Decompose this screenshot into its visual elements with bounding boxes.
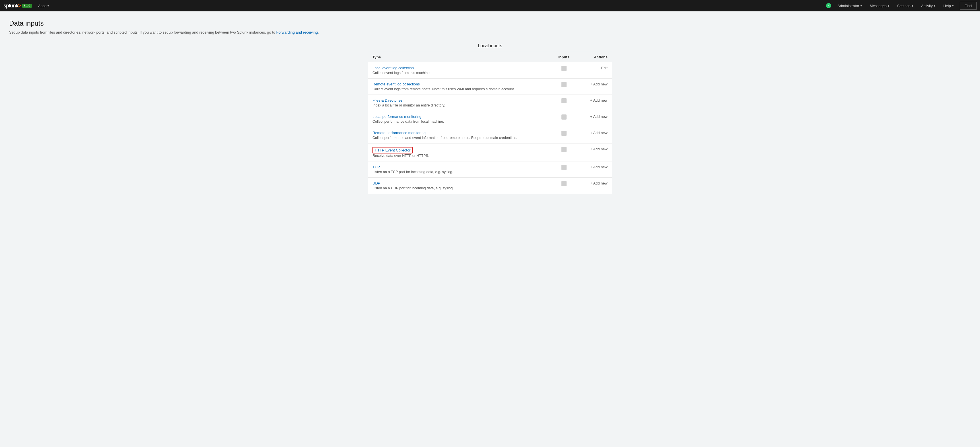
input-count-indicator bbox=[562, 165, 566, 170]
forwarding-receiving-link[interactable]: Forwarding and receiving bbox=[276, 30, 318, 34]
row-inputs-cell bbox=[550, 78, 578, 94]
row-link-local-performance[interactable]: Local performance monitoring bbox=[372, 115, 545, 119]
table-header-row: Type Inputs Actions bbox=[368, 52, 612, 62]
row-desc-udp: Listen on a UDP port for incoming data, … bbox=[372, 186, 453, 190]
status-indicator bbox=[826, 3, 831, 8]
row-type-cell: Local event log collectionCollect event … bbox=[368, 62, 550, 78]
navbar: splunk> 8.1.0 Apps ▾ Administrator ▾ Mes… bbox=[0, 0, 980, 11]
row-desc-local-event-log: Collect event logs from this machine. bbox=[372, 71, 431, 75]
table-row: Local performance monitoringCollect perf… bbox=[368, 111, 612, 127]
table-row: TCPListen on a TCP port for incoming dat… bbox=[368, 161, 612, 177]
row-inputs-cell bbox=[550, 94, 578, 111]
table-row: HTTP Event CollectorReceive data over HT… bbox=[368, 143, 612, 161]
col-header-actions: Actions bbox=[578, 52, 612, 62]
row-actions-cell: + Add new bbox=[578, 161, 612, 177]
input-count-indicator bbox=[562, 147, 566, 152]
row-link-remote-performance[interactable]: Remote performance monitoring bbox=[372, 131, 545, 135]
row-link-tcp[interactable]: TCP bbox=[372, 165, 545, 169]
table-row: Remote event log collectionsCollect even… bbox=[368, 78, 612, 94]
row-actions-cell: + Add new bbox=[578, 78, 612, 94]
row-inputs-cell bbox=[550, 62, 578, 78]
page-subtitle: Set up data inputs from files and direct… bbox=[9, 30, 971, 35]
splunk-logo: splunk> bbox=[3, 3, 21, 9]
row-actions-cell: + Add new bbox=[578, 143, 612, 161]
row-desc-tcp: Listen on a TCP port for incoming data, … bbox=[372, 170, 453, 174]
nav-administrator[interactable]: Administrator ▾ bbox=[834, 0, 866, 11]
row-actions-cell: Edit bbox=[578, 62, 612, 78]
input-count-indicator bbox=[562, 66, 566, 71]
action-remote-performance[interactable]: + Add new bbox=[590, 131, 608, 135]
row-link-udp[interactable]: UDP bbox=[372, 181, 545, 185]
row-inputs-cell bbox=[550, 177, 578, 193]
nav-messages[interactable]: Messages ▾ bbox=[866, 0, 893, 11]
messages-caret-icon: ▾ bbox=[888, 4, 889, 7]
navbar-right: Administrator ▾ Messages ▾ Settings ▾ Ac… bbox=[826, 0, 977, 11]
row-inputs-cell bbox=[550, 161, 578, 177]
row-inputs-cell bbox=[550, 143, 578, 161]
brand[interactable]: splunk> 8.1.0 bbox=[3, 3, 32, 9]
page-title: Data inputs bbox=[9, 19, 971, 27]
row-link-local-event-log[interactable]: Local event log collection bbox=[372, 66, 545, 70]
row-actions-cell: + Add new bbox=[578, 127, 612, 143]
input-count-indicator bbox=[562, 131, 566, 136]
row-link-remote-event-log[interactable]: Remote event log collections bbox=[372, 82, 545, 86]
row-type-cell: Remote performance monitoringCollect per… bbox=[368, 127, 550, 143]
input-count-indicator bbox=[562, 115, 566, 120]
action-remote-event-log[interactable]: + Add new bbox=[590, 82, 608, 86]
section-title: Local inputs bbox=[368, 43, 612, 48]
nav-help[interactable]: Help ▾ bbox=[939, 0, 958, 11]
row-type-cell: UDPListen on a UDP port for incoming dat… bbox=[368, 177, 550, 193]
input-count-indicator bbox=[562, 181, 566, 186]
table-row: Local event log collectionCollect event … bbox=[368, 62, 612, 78]
row-desc-local-performance: Collect performance data from local mach… bbox=[372, 120, 444, 124]
row-inputs-cell bbox=[550, 111, 578, 127]
apps-caret-icon: ▾ bbox=[48, 4, 49, 7]
input-count-indicator bbox=[562, 98, 566, 103]
row-desc-http-event-collector: Receive data over HTTP or HTTPS. bbox=[372, 154, 429, 158]
action-files-directories[interactable]: + Add new bbox=[590, 98, 608, 102]
row-link-http-event-collector[interactable]: HTTP Event Collector bbox=[375, 148, 410, 152]
nav-settings[interactable]: Settings ▾ bbox=[893, 0, 917, 11]
local-inputs-section: Local inputs Type Inputs Actions Local e… bbox=[368, 43, 612, 194]
row-type-cell: Files & DirectoriesIndex a local file or… bbox=[368, 94, 550, 111]
table-row: UDPListen on a UDP port for incoming dat… bbox=[368, 177, 612, 193]
action-http-event-collector[interactable]: + Add new bbox=[590, 147, 608, 151]
action-tcp[interactable]: + Add new bbox=[590, 165, 608, 169]
row-desc-remote-event-log: Collect event logs from remote hosts. No… bbox=[372, 87, 515, 91]
input-count-indicator bbox=[562, 82, 566, 87]
brand-version: 8.1.0 bbox=[22, 4, 32, 8]
settings-caret-icon: ▾ bbox=[912, 4, 913, 7]
row-desc-remote-performance: Collect performance and event informatio… bbox=[372, 136, 517, 140]
row-link-files-directories[interactable]: Files & Directories bbox=[372, 98, 545, 102]
page-content: Data inputs Set up data inputs from file… bbox=[0, 11, 980, 202]
action-local-event-log[interactable]: Edit bbox=[601, 66, 608, 70]
nav-apps[interactable]: Apps ▾ bbox=[34, 0, 53, 11]
action-local-performance[interactable]: + Add new bbox=[590, 115, 608, 119]
row-actions-cell: + Add new bbox=[578, 94, 612, 111]
activity-caret-icon: ▾ bbox=[934, 4, 935, 7]
row-actions-cell: + Add new bbox=[578, 177, 612, 193]
col-header-inputs: Inputs bbox=[550, 52, 578, 62]
table-row: Remote performance monitoringCollect per… bbox=[368, 127, 612, 143]
row-actions-cell: + Add new bbox=[578, 111, 612, 127]
row-type-cell: TCPListen on a TCP port for incoming dat… bbox=[368, 161, 550, 177]
col-header-type: Type bbox=[368, 52, 550, 62]
administrator-caret-icon: ▾ bbox=[861, 4, 862, 7]
row-type-cell: Remote event log collectionsCollect even… bbox=[368, 78, 550, 94]
help-caret-icon: ▾ bbox=[952, 4, 953, 7]
table-row: Files & DirectoriesIndex a local file or… bbox=[368, 94, 612, 111]
inputs-table: Type Inputs Actions Local event log coll… bbox=[368, 52, 612, 194]
row-inputs-cell bbox=[550, 127, 578, 143]
action-udp[interactable]: + Add new bbox=[590, 181, 608, 185]
row-desc-files-directories: Index a local file or monitor an entire … bbox=[372, 103, 445, 107]
row-type-cell: Local performance monitoringCollect perf… bbox=[368, 111, 550, 127]
row-type-cell: HTTP Event CollectorReceive data over HT… bbox=[368, 143, 550, 161]
nav-activity[interactable]: Activity ▾ bbox=[917, 0, 939, 11]
find-button[interactable]: Find bbox=[960, 2, 977, 10]
